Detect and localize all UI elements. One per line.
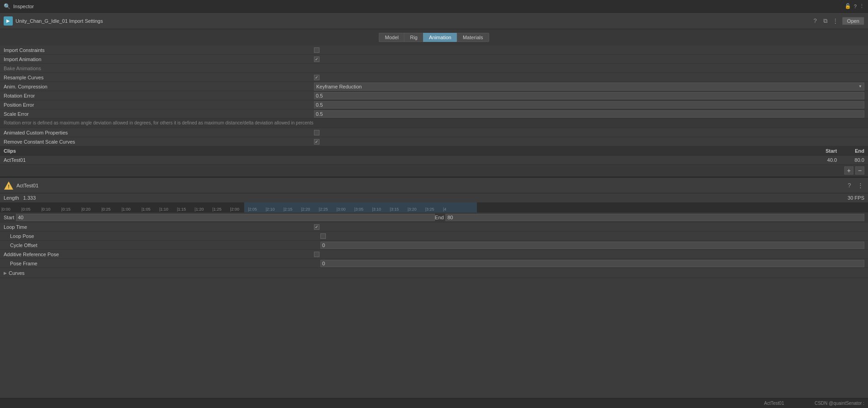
end-value-input[interactable] (445, 214, 864, 221)
info-text-row: Rotation error is defined as maximum ang… (0, 119, 868, 128)
bottom-bar-text: ActTest01 CSDN @quaintSenator : (764, 401, 864, 406)
remove-clip-button[interactable]: − (855, 166, 864, 175)
resample-curves-checkbox[interactable] (314, 75, 319, 80)
resample-curves-label: Resample Curves (4, 75, 314, 80)
component-icon: ▶ (4, 16, 13, 26)
cycle-offset-row: Cycle Offset (0, 241, 868, 250)
cycle-offset-label: Cycle Offset (10, 243, 320, 248)
import-constraints-control (314, 47, 864, 53)
timeline-ruler[interactable]: |0:00 |0:05 |0:10 |0:15 |0:20 |0:25 |1:0… (0, 202, 868, 212)
bake-animations-label: Bake Animations (4, 66, 41, 71)
start-value-input[interactable] (16, 214, 435, 221)
animated-custom-control (314, 130, 864, 135)
csdn-label: CSDN @quaintSenator : (815, 401, 864, 406)
help-icon[interactable]: ? (854, 4, 857, 9)
curves-label: Curves (9, 270, 25, 276)
title-bar-right: 🔓 ? ⋮ (845, 3, 864, 9)
acttest01-component-header: ! ActTest01 ? ⋮ (0, 177, 868, 193)
help-btn[interactable]: ? (811, 17, 819, 25)
anim-compression-dropdown[interactable]: Keyframe Reduction ▼ (314, 83, 864, 91)
additive-ref-row: Additive Reference Pose (0, 250, 868, 259)
ruler-mark-1: |0:05 (20, 207, 32, 212)
additive-ref-control (314, 252, 864, 257)
animated-custom-checkbox[interactable] (314, 130, 319, 135)
loop-time-row: Loop Time (0, 222, 868, 232)
lock-icon[interactable]: 🔓 (845, 3, 851, 9)
import-constraints-row: Import Constraints (0, 46, 868, 55)
position-error-label: Position Error (4, 102, 314, 108)
timeline-info-row: Length 1.333 30 FPS (0, 193, 868, 202)
import-constraints-checkbox[interactable] (314, 47, 319, 53)
info-text: Rotation error is defined as maximum ang… (4, 120, 314, 125)
add-clip-button[interactable]: + (844, 166, 853, 175)
loop-time-checkbox[interactable] (314, 224, 319, 230)
rotation-error-input[interactable] (314, 92, 864, 99)
cycle-offset-input[interactable] (320, 242, 864, 249)
open-button[interactable]: Open (842, 17, 864, 25)
import-animation-checkbox[interactable] (314, 57, 319, 62)
acttest01-help-icon[interactable]: ? (845, 181, 853, 190)
remove-constant-label: Remove Constant Scale Curves (4, 139, 314, 145)
rotation-error-row: Rotation Error (0, 91, 868, 100)
inspector-title: Inspector (13, 4, 34, 9)
tab-materials[interactable]: Materials (457, 33, 489, 42)
ruler-mark-12: |2:00 (229, 207, 241, 212)
tab-model[interactable]: Model (379, 33, 404, 42)
curves-section-row[interactable]: ▶ Curves (0, 268, 868, 278)
position-error-row: Position Error (0, 100, 868, 109)
ruler-mark-10: |1:20 (193, 207, 205, 212)
import-animation-row: Import Animation (0, 55, 868, 64)
end-label: End (435, 215, 444, 220)
pose-frame-label: Pose Frame (10, 261, 320, 266)
tab-rig[interactable]: Rig (404, 33, 423, 42)
anim-compression-value: Keyframe Reduction (316, 84, 362, 89)
svg-text:!: ! (8, 184, 10, 189)
component-title: Unity_Chan_G_Idle_01 Import Settings (16, 18, 808, 24)
more-icon[interactable]: ⋮ (859, 3, 864, 9)
scale-error-input[interactable] (314, 110, 864, 118)
clips-col-end-header: End (837, 148, 864, 154)
tabs-row: Model Rig Animation Materials (0, 29, 868, 46)
ruler-mark-11: |1:25 (211, 207, 223, 212)
position-error-input[interactable] (314, 101, 864, 108)
scale-error-label: Scale Error (4, 111, 314, 117)
length-value: 1.333 (23, 195, 36, 201)
ruler-mark-5: |0:25 (100, 207, 112, 212)
pose-frame-row: Pose Frame (0, 259, 868, 268)
loop-time-label: Loop Time (4, 224, 314, 230)
remove-constant-checkbox[interactable] (314, 139, 319, 145)
clip-start: 40.0 (810, 157, 837, 163)
ruler-mark-6: |1:00 (120, 207, 132, 212)
restore-btn[interactable]: ⧉ (821, 17, 829, 25)
pose-frame-input[interactable] (320, 260, 864, 267)
bake-animations-heading-row: Bake Animations (0, 64, 868, 73)
bottom-bar: ActTest01 CSDN @quaintSenator : (0, 398, 868, 408)
clips-col-name-header: Clips (4, 148, 810, 154)
timeline-length: Length 1.333 (4, 195, 36, 201)
anim-compression-row: Anim. Compression Keyframe Reduction ▼ (0, 82, 868, 91)
ruler-mark-7: |1:05 (140, 207, 152, 212)
acttest01-more-icon[interactable]: ⋮ (856, 181, 864, 190)
tab-animation[interactable]: Animation (423, 33, 457, 42)
remove-constant-row: Remove Constant Scale Curves (0, 137, 868, 146)
import-animation-label: Import Animation (4, 57, 314, 62)
more-btn[interactable]: ⋮ (831, 17, 839, 25)
curves-arrow-icon: ▶ (4, 271, 7, 275)
clips-actions: + − (0, 165, 868, 177)
clip-name: ActTest01 (4, 157, 810, 163)
timeline-fps: 30 FPS (847, 195, 864, 201)
resample-curves-control (314, 75, 864, 80)
anim-compression-control: Keyframe Reduction ▼ (314, 83, 864, 91)
start-end-row: Start End (0, 212, 868, 222)
loop-pose-control (320, 233, 864, 239)
title-bar: 🔍 Inspector 🔓 ? ⋮ (0, 0, 868, 13)
title-bar-left: 🔍 Inspector (4, 3, 34, 10)
ruler-mark-9: |1:15 (176, 207, 188, 212)
clip-row-acttest01[interactable]: ActTest01 40.0 80.0 (0, 155, 868, 165)
additive-ref-checkbox[interactable] (314, 252, 319, 257)
length-label: Length (4, 195, 19, 201)
ruler-mark-2: |0:10 (40, 207, 52, 212)
loop-pose-checkbox[interactable] (320, 233, 326, 239)
scale-error-control (314, 110, 864, 118)
clips-col-start-header: Start (810, 148, 837, 154)
